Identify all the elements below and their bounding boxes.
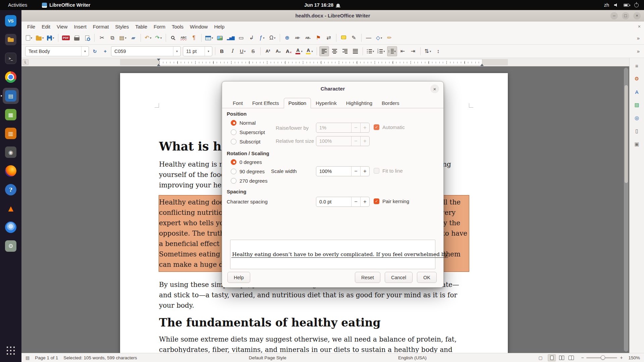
icon-horizontal-line[interactable]: —	[364, 33, 374, 43]
left-indent-marker[interactable]	[157, 62, 160, 66]
dock-writer[interactable]: ▤	[3, 88, 19, 104]
font-name-combo[interactable]: C059 ▾	[111, 46, 181, 56]
close-icon[interactable]: ×	[430, 84, 439, 93]
icon-align-center[interactable]	[330, 46, 339, 56]
icon-insert-footnote[interactable]: AB¹	[293, 33, 303, 43]
close-document-icon[interactable]: ×	[638, 24, 641, 29]
tab-stop-selector[interactable]: L	[22, 59, 29, 65]
icon-decrease-indent[interactable]: ⇤	[398, 46, 408, 56]
menu-styles[interactable]: Styles	[112, 23, 132, 31]
icon-paste[interactable]: ▤▾	[118, 33, 127, 43]
focused-app-menu[interactable]: LibreOffice Writer	[42, 2, 90, 8]
minimize-button[interactable]: –	[610, 12, 618, 19]
volume-icon[interactable]	[614, 3, 619, 7]
scrollbar-thumb[interactable]	[625, 85, 628, 183]
icon-insert-bookmark[interactable]: ⚑	[314, 33, 323, 43]
vertical-scrollbar[interactable]	[624, 68, 628, 352]
dock-vlc[interactable]: ▲	[3, 200, 19, 217]
icon-superscript[interactable]: A²	[263, 46, 273, 56]
radio-subscript[interactable]: Subscript	[231, 138, 265, 145]
dock-firefox[interactable]	[3, 163, 19, 179]
fit-to-line-checkbox[interactable]: Fit to line	[374, 168, 403, 174]
icon-decrease-paragraph-spacing[interactable]: ↕	[433, 46, 443, 56]
icon-insert-hyperlink[interactable]: ⊕	[282, 33, 292, 43]
dock-help[interactable]: ?	[3, 182, 19, 198]
language-status[interactable]: English (USA)	[398, 355, 427, 360]
icon-italic[interactable]: I	[227, 46, 237, 56]
maximize-button[interactable]: □	[622, 12, 629, 19]
icon-insert-table[interactable]: ▾	[204, 33, 214, 43]
increment-icon[interactable]: +	[360, 123, 369, 132]
system-status-area[interactable]: zh	[604, 2, 639, 8]
activities-button[interactable]: Activities	[5, 2, 30, 8]
icon-highlight-color[interactable]: A▾	[305, 46, 314, 56]
tab-font[interactable]: Font	[228, 98, 248, 108]
paragraph-style-combo[interactable]: Text Body ▾	[25, 46, 89, 56]
styles-deck-icon[interactable]: A	[632, 87, 642, 97]
character-spacing-value[interactable]: 0.0 pt	[316, 199, 351, 204]
icon-font-color[interactable]: A▾	[294, 46, 304, 56]
increment-icon[interactable]: +	[360, 197, 369, 206]
icon-underline[interactable]: U▾	[238, 46, 248, 56]
icon-spelling[interactable]: ABC	[179, 33, 189, 43]
navigator-deck-icon[interactable]: ◎	[632, 113, 642, 123]
radio-superscript[interactable]: Superscript	[231, 128, 265, 136]
menu-window[interactable]: Window	[187, 23, 211, 31]
battery-icon[interactable]	[624, 4, 629, 7]
zoom-slider[interactable]	[586, 357, 617, 358]
icon-insert-special-character[interactable]: Ω▾	[268, 33, 277, 43]
icon-clear-formatting[interactable]: A	[284, 46, 293, 56]
icon-strikethrough[interactable]: S	[248, 46, 258, 56]
tab-hyperlink[interactable]: Hyperlink	[311, 98, 341, 108]
relative-font-size-value[interactable]: 100%	[316, 138, 351, 144]
power-icon[interactable]	[634, 3, 639, 7]
toolbar-overflow-button[interactable]: »	[635, 48, 641, 54]
gallery-deck-icon[interactable]: ▨	[632, 100, 642, 110]
icon-redo[interactable]: ↷▾	[154, 33, 163, 43]
icon-numbered-list[interactable]: ▾	[376, 46, 386, 56]
icon-increase-paragraph-spacing[interactable]: ⇅▾	[423, 46, 433, 56]
page-deck-icon[interactable]: ▯	[632, 126, 642, 136]
icon-new-document[interactable]: ▾	[24, 33, 34, 43]
decrement-icon[interactable]: −	[351, 136, 360, 146]
icon-find-replace[interactable]	[168, 33, 178, 43]
view-single-page-button[interactable]	[548, 354, 556, 361]
help-button[interactable]: Help	[227, 272, 250, 283]
chevron-down-icon[interactable]: ▾	[205, 47, 212, 56]
dock-vscode[interactable]: VS	[3, 13, 19, 29]
icon-clone-formatting[interactable]: ▰	[128, 33, 138, 43]
dock-chrome[interactable]	[3, 69, 19, 85]
icon-draw-functions[interactable]: ✏	[385, 33, 394, 43]
raise-lower-value[interactable]: 1%	[316, 125, 351, 130]
decrement-icon[interactable]: −	[351, 197, 360, 206]
window-titlebar[interactable]: health.docx - LibreOffice Writer – □ ×	[21, 10, 644, 21]
icon-cut[interactable]: ✂	[97, 33, 107, 43]
icon-insert-page-break[interactable]: ↲	[247, 33, 257, 43]
icon-copy[interactable]: ⧉	[107, 33, 117, 43]
close-button[interactable]: ×	[633, 12, 641, 19]
tab-highlighting[interactable]: Highlighting	[341, 98, 377, 108]
icon-insert-comment[interactable]	[339, 33, 348, 43]
selection-mode-icon[interactable]: ▢	[538, 355, 542, 360]
icon-export-pdf[interactable]: PDF	[61, 33, 71, 43]
zoom-in-icon[interactable]: +	[620, 355, 623, 360]
style-inspector-deck-icon[interactable]: ▣	[632, 139, 642, 149]
font-size-combo[interactable]: 11 pt ▾	[183, 46, 212, 56]
menu-help[interactable]: Help	[211, 23, 227, 31]
icon-basic-shapes[interactable]: ◇▾	[374, 33, 384, 43]
icon-open[interactable]: ▾	[35, 33, 45, 43]
tab-position[interactable]: Position	[284, 98, 311, 108]
icon-print[interactable]	[72, 33, 82, 43]
right-indent-marker[interactable]	[480, 62, 484, 66]
dock-calc[interactable]: ▦	[3, 107, 19, 123]
keyboard-layout-indicator[interactable]: zh	[604, 2, 609, 8]
view-book-button[interactable]	[567, 354, 575, 361]
increment-icon[interactable]: +	[360, 167, 369, 176]
icon-bold[interactable]: B	[217, 46, 227, 56]
icon-subscript[interactable]: A₂	[273, 46, 283, 56]
icon-formatting-marks[interactable]: ¶	[189, 33, 199, 43]
icon-undo[interactable]: ↶▾	[143, 33, 153, 43]
increment-icon[interactable]: +	[360, 136, 369, 146]
automatic-checkbox[interactable]: Automatic	[374, 124, 405, 130]
menu-table[interactable]: Table	[132, 23, 150, 31]
